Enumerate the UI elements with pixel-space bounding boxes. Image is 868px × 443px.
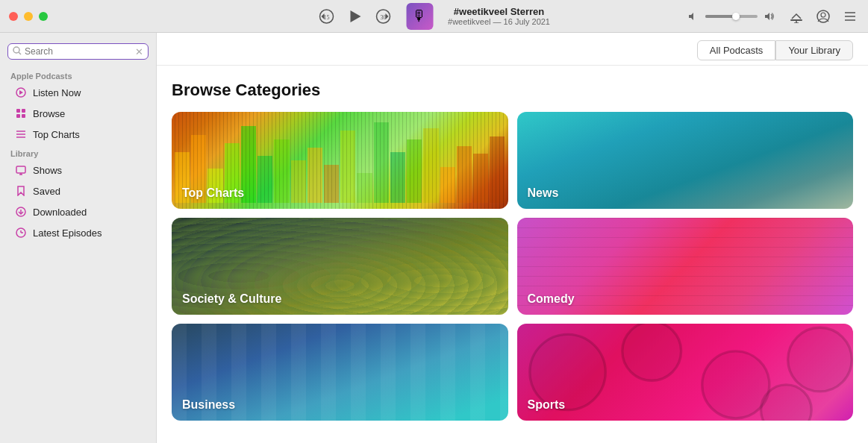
svg-line-16 [19,52,21,54]
titlebar-right [684,7,859,25]
shows-label: Shows [33,165,62,176]
categories-grid: Top Charts News Society & Culture [172,112,853,421]
category-label-news: News [528,186,559,200]
search-input[interactable] [25,46,132,57]
content-body: Browse Categories [157,66,868,443]
svg-rect-22 [22,114,25,118]
top-charts-label: Top Charts [33,129,80,140]
svg-text:15: 15 [323,14,329,21]
category-label-business: Business [182,398,235,412]
account-icon [817,10,830,23]
volume-up-button[interactable] [761,7,778,25]
track-subtitle: #weetikveel — 16 July 2021 [448,17,550,26]
play-button[interactable] [346,8,363,25]
account-button[interactable] [814,7,832,25]
window-controls [9,12,48,21]
track-artwork: 🎙 [406,3,433,30]
search-container: ✕ [0,40,156,67]
tab-all-podcasts[interactable]: All Podcasts [697,40,776,60]
downloaded-icon [15,206,27,218]
menu-button[interactable] [841,7,859,25]
volume-slider[interactable] [705,15,758,18]
category-bg-news [517,112,854,209]
category-card-sports[interactable]: Sports [517,324,854,421]
svg-rect-20 [22,109,25,113]
svg-rect-26 [16,166,25,173]
sidebar: ✕ Apple Podcasts Listen Now [0,33,157,443]
airplay-button[interactable] [787,7,805,25]
tab-your-library[interactable]: Your Library [775,40,853,60]
track-title: #weetikveel Sterren [454,6,544,17]
volume-down-button[interactable] [684,7,702,25]
sidebar-section-library: Library [0,145,156,160]
sidebar-item-listen-now[interactable]: Listen Now [4,83,152,102]
browse-title: Browse Categories [172,81,853,100]
svg-point-37 [622,324,681,380]
latest-episodes-label: Latest Episodes [33,227,102,239]
svg-point-15 [13,47,19,53]
rewind-icon: 15 [318,8,334,25]
sidebar-item-shows[interactable]: Shows [4,160,152,180]
close-button[interactable] [9,12,18,21]
svg-marker-7 [689,13,693,20]
fastforward-icon: 30 [375,8,391,25]
header-tabs: All Podcasts Your Library [697,40,853,60]
svg-rect-9 [790,19,802,21]
titlebar: 15 30 🎙 #weetikveel Sterren [0,0,868,33]
svg-point-41 [787,327,852,392]
track-info: #weetikveel Sterren #weetikveel — 16 Jul… [448,6,550,26]
fastforward-button[interactable]: 30 [375,8,391,25]
transport-controls: 15 30 [318,8,391,25]
svg-marker-6 [385,13,388,19]
sidebar-section-apple-podcasts: Apple Podcasts [0,67,156,82]
main-layout: ✕ Apple Podcasts Listen Now [0,33,868,443]
search-input-wrapper: ✕ [7,43,149,60]
category-card-society[interactable]: Society & Culture [172,218,508,315]
svg-rect-19 [16,109,20,113]
svg-point-39 [702,351,769,418]
listen-now-label: Listen Now [33,87,81,98]
content-header: All Podcasts Your Library [157,33,868,66]
latest-episodes-icon [15,227,27,239]
sports-decoration [517,324,854,421]
volume-high-icon [764,11,775,22]
sidebar-item-saved[interactable]: Saved [4,181,152,201]
category-card-news[interactable]: News [517,112,854,209]
category-card-comedy[interactable]: Comedy [517,218,854,315]
category-label-top-charts: Top Charts [182,186,244,200]
content-area: All Podcasts Your Library Browse Categor… [157,33,868,443]
svg-point-11 [821,13,825,17]
sidebar-item-top-charts[interactable]: Top Charts [4,125,152,144]
airplay-icon [790,10,803,23]
saved-icon [15,185,27,197]
maximize-button[interactable] [39,12,48,21]
sidebar-item-downloaded[interactable]: Downloaded [4,202,152,222]
volume-control [684,7,778,25]
titlebar-center: 15 30 🎙 #weetikveel Sterren [318,3,550,30]
minimize-button[interactable] [24,12,33,21]
category-label-comedy: Comedy [528,292,575,306]
category-bg-sports [517,324,854,421]
svg-marker-3 [350,10,360,22]
category-label-society: Society & Culture [182,292,281,306]
sidebar-item-latest-episodes[interactable]: Latest Episodes [4,223,152,242]
browse-label: Browse [33,108,65,119]
category-card-top-charts[interactable]: Top Charts [172,112,508,209]
svg-marker-18 [19,90,23,95]
top-charts-icon [15,128,27,140]
downloaded-label: Downloaded [33,207,87,218]
category-card-business[interactable]: Business [172,324,508,421]
rewind-button[interactable]: 15 [318,8,334,25]
saved-label: Saved [33,186,60,197]
svg-marker-8 [765,13,769,20]
category-label-sports: Sports [528,398,566,412]
sidebar-item-browse[interactable]: Browse [4,104,152,123]
menu-icon [843,10,857,23]
search-clear-button[interactable]: ✕ [135,47,143,57]
listen-now-icon [15,87,27,98]
svg-text:30: 30 [380,14,386,21]
svg-rect-21 [16,114,20,118]
browse-icon [15,107,27,119]
search-icon [13,46,22,57]
shows-icon [15,164,27,176]
